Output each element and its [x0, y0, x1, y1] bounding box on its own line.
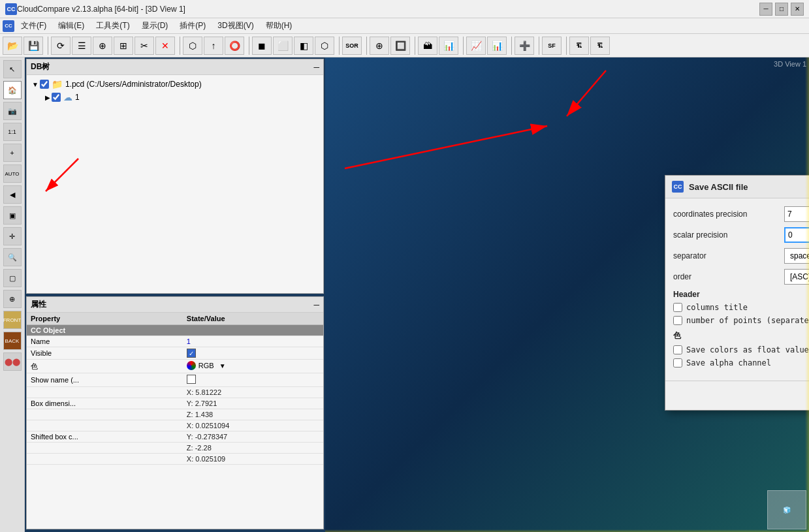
toolbar-sep2: [178, 37, 180, 55]
tree-checkbox-cloud[interactable]: [52, 93, 61, 102]
prop-last-value: X: 0.025109: [183, 454, 323, 465]
toolbar-sep7: [461, 37, 464, 55]
tree-label-file: 1.pcd (C:/Users/Administrator/Desktop): [65, 80, 202, 89]
tree-arrow-file[interactable]: ▼: [32, 81, 39, 88]
toolbar-stats2[interactable]: 📊: [487, 37, 507, 55]
toolbar-b4[interactable]: ⬡: [315, 37, 334, 55]
sidebar-icon-dots[interactable]: ⬤⬤: [3, 352, 22, 371]
tree-item-file[interactable]: ▼ 📁 1.pcd (C:/Users/Administrator/Deskto…: [29, 78, 321, 91]
sidebar-icon-cursor[interactable]: ↖: [3, 60, 22, 78]
toolbar-create[interactable]: 🏗: [569, 37, 589, 55]
cloud-icon: ☁: [63, 92, 72, 102]
numpoints-checkbox[interactable]: [673, 316, 682, 325]
toolbar-cut[interactable]: ✂: [135, 37, 154, 55]
dbtree-collapse[interactable]: ─: [313, 63, 319, 72]
menu-tools[interactable]: 工具类(T): [91, 19, 135, 33]
sidebar-icon-auto[interactable]: AUTO: [3, 164, 22, 183]
toolbar-sf1[interactable]: SF: [542, 37, 562, 55]
float-colors-checkbox[interactable]: [673, 345, 682, 354]
sidebar-icon-back2[interactable]: BACK: [3, 332, 22, 350]
sidebar-icon-move2[interactable]: ⊕: [3, 290, 22, 308]
sidebar-icon-11[interactable]: 1:1: [3, 123, 22, 141]
toolbar-mountain1[interactable]: 🏔: [418, 37, 437, 55]
props-collapse[interactable]: ─: [313, 300, 319, 309]
toolbar-sep4: [337, 37, 340, 55]
dialog-titlebar: CC Save ASCII file ? ✕: [665, 176, 809, 198]
menu-3dview[interactable]: 3D视图(V): [212, 19, 259, 33]
sidebar-icon-front[interactable]: FRONT: [3, 311, 22, 329]
toolbar-rotate[interactable]: ⟳: [51, 37, 71, 55]
toolbar-plus[interactable]: ➕: [515, 37, 534, 55]
alpha-checkbox[interactable]: [673, 358, 682, 368]
float-colors-label: Save colors as float values (0-1): [686, 345, 809, 354]
svg-line-5: [567, 70, 606, 116]
toolbar-3d[interactable]: 🔲: [390, 37, 410, 55]
prop-visible-value[interactable]: ✓: [183, 347, 323, 360]
prop-box-label-empty2: [27, 409, 183, 420]
checkbox-row-numpoints: number of points (separate line): [673, 316, 809, 325]
menu-display[interactable]: 显示(D): [136, 19, 174, 33]
app-icon: CC: [5, 3, 17, 15]
sidebar-icon-layer[interactable]: ▣: [3, 206, 22, 225]
tree-item-cloud[interactable]: ▶ ☁ 1: [29, 91, 321, 104]
sidebar-icon-move[interactable]: ✛: [3, 227, 22, 245]
props-header: 属性 ─: [27, 297, 323, 313]
prop-shifted-label-empty2: [27, 443, 183, 454]
toolbar-merge[interactable]: ⊞: [114, 37, 133, 55]
toolbar-sep10: [564, 37, 567, 55]
view3d-orientation-cube[interactable]: 🧊: [767, 490, 806, 529]
tree-checkbox-file[interactable]: [40, 80, 49, 89]
menu-edit[interactable]: 编辑(E): [53, 19, 89, 33]
toolbar-add[interactable]: ⊕: [93, 37, 112, 55]
sidebar-icon-camera[interactable]: 📷: [3, 102, 22, 120]
toolbar-open[interactable]: 📂: [3, 37, 22, 55]
color-dropdown-arrow[interactable]: ▼: [219, 362, 226, 369]
showname-checkbox[interactable]: [187, 375, 196, 384]
menu-plugins[interactable]: 插件(P): [174, 19, 211, 33]
toolbar-stats1[interactable]: 📈: [466, 37, 486, 55]
menu-cc-icon: CC: [3, 20, 14, 32]
sidebar-icon-zoom[interactable]: 🔍: [3, 248, 22, 266]
window-controls[interactable]: ─ □ ✕: [759, 3, 804, 16]
sidebar-icon-back[interactable]: ◀: [3, 185, 22, 204]
coord-precision-label: coordinates precision: [673, 210, 784, 219]
columns-title-label: columns title: [686, 303, 748, 312]
toolbar-sor[interactable]: SOR: [342, 37, 362, 55]
prop-visible-label: Visible: [27, 347, 183, 360]
sidebar-icon-box[interactable]: ▢: [3, 269, 22, 287]
save-ascii-dialog: CC Save ASCII file ? ✕ coordinates preci…: [665, 175, 809, 411]
tree-arrow-cloud[interactable]: ▶: [45, 94, 50, 101]
sidebar-icon-view[interactable]: 🏠: [3, 81, 22, 99]
toolbar-list[interactable]: ☰: [72, 37, 91, 55]
prop-showname-value[interactable]: [183, 373, 323, 387]
toolbar-cross[interactable]: ⊕: [370, 37, 389, 55]
toolbar-cloud[interactable]: ⭕: [225, 37, 244, 55]
order-label: order: [673, 272, 784, 281]
toolbar-b3[interactable]: ◧: [294, 37, 313, 55]
columns-title-checkbox[interactable]: [673, 303, 682, 312]
toolbar-classify[interactable]: 🏗: [590, 37, 610, 55]
minimize-button[interactable]: ─: [759, 3, 772, 16]
left-panel: DB树 ─ ▼ 📁 1.pcd (C:/Users/Administrator/…: [25, 57, 325, 532]
menu-help[interactable]: 帮助(H): [261, 19, 298, 33]
props-scroll[interactable]: Property State/Value CC Object Name 1: [27, 313, 323, 527]
view3d[interactable]: 3D View 1 CC Save AS: [325, 57, 809, 532]
menu-file[interactable]: 文件(F): [16, 19, 52, 33]
toolbar-delete[interactable]: ✕: [155, 37, 175, 55]
toolbar-b1[interactable]: ◼: [252, 37, 272, 55]
props-section-cc: CC Object: [27, 325, 323, 336]
toolbar-save[interactable]: 💾: [24, 37, 43, 55]
toolbar-mountain2[interactable]: 📊: [439, 37, 458, 55]
dbtree-title: DB树: [31, 61, 50, 72]
sidebar-icon-plus[interactable]: +: [3, 144, 22, 162]
close-button[interactable]: ✕: [791, 3, 804, 16]
main-layout: ↖ 🏠 📷 1:1 + AUTO ◀ ▣ ✛ 🔍 ▢ ⊕ FRONT BACK …: [0, 57, 809, 532]
visible-checkbox[interactable]: ✓: [187, 349, 196, 358]
dialog-footer: OK Cancel: [665, 381, 809, 410]
toolbar-filter[interactable]: ↑: [204, 37, 223, 55]
maximize-button[interactable]: □: [775, 3, 788, 16]
toolbar-sample[interactable]: ⬡: [183, 37, 202, 55]
toolbar-b2[interactable]: ⬜: [273, 37, 293, 55]
prop-color-value[interactable]: RGB ▼: [183, 360, 323, 373]
prop-box-z: Z: 1.438: [183, 409, 323, 420]
